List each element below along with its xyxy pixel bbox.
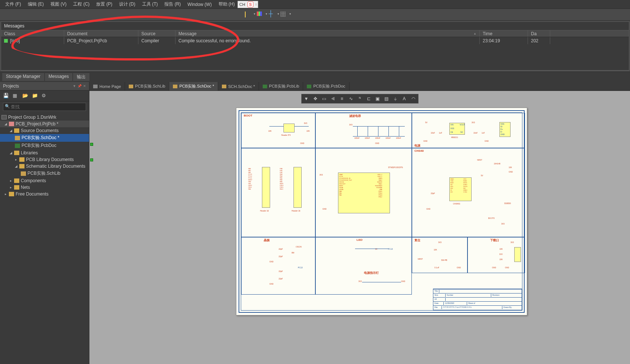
col-time[interactable]: Time bbox=[480, 30, 528, 37]
dl-3v3: 3V3 bbox=[511, 241, 514, 243]
tab-pcblib[interactable]: PCB实验.PcbLib bbox=[259, 82, 303, 91]
part-icon[interactable]: ▤ bbox=[383, 95, 391, 102]
tree-schlib-folder[interactable]: ◢Schematic Library Documents bbox=[0, 163, 89, 170]
menu-help[interactable]: 帮助 (H) bbox=[216, 0, 238, 8]
tree-components[interactable]: ▸Components bbox=[0, 177, 89, 184]
power-c3: 10uF bbox=[473, 132, 478, 134]
menu-report[interactable]: 报告 (R) bbox=[161, 0, 184, 8]
menu-tools[interactable]: 工具 (T) bbox=[139, 0, 161, 8]
tree-libraries[interactable]: ◢Libraries bbox=[0, 150, 89, 156]
tab-storage-manager[interactable]: Storage Manager bbox=[2, 73, 44, 81]
place-wire-icon[interactable] bbox=[245, 12, 252, 18]
tree-nets[interactable]: ▸Nets bbox=[0, 184, 89, 191]
panel-dropdown-icon[interactable]: ▼ bbox=[73, 84, 76, 88]
tab-pcbdoc[interactable]: PCB实验.PcbDoc bbox=[303, 82, 349, 91]
cell-mcu: STM32F103C8T6 VBATPC13PC14/OSC32_INPC15/… bbox=[315, 148, 412, 237]
header-p2 bbox=[262, 167, 270, 208]
select-icon[interactable]: ▭ bbox=[320, 95, 328, 102]
move-icon[interactable]: ✥ bbox=[311, 95, 319, 102]
arc-icon[interactable]: ◠ bbox=[409, 95, 417, 102]
tree-schlib[interactable]: PCB实验.SchLib bbox=[0, 170, 89, 177]
tab-schlib[interactable]: PCB实验.SchLib bbox=[125, 82, 169, 91]
message-row[interactable]: [Info] PCB_Project.PrjPcb Compiler Compi… bbox=[1, 37, 629, 44]
schematic-canvas[interactable]: ▼ ✥ ▭ ⫷ ≡ ∿ ᴺ ⊏ ▣ ▤ ⏚ A ◠ BOOT bbox=[89, 91, 630, 364]
port-icon[interactable]: ⊏ bbox=[365, 95, 373, 102]
mcu-3v3: 3V3 bbox=[319, 174, 323, 176]
boot-header bbox=[283, 124, 295, 132]
menu-window[interactable]: Window (W) bbox=[184, 1, 214, 8]
align-left-icon[interactable]: ⫷ bbox=[329, 95, 337, 102]
tree-pcblib-folder[interactable]: ▸PCB Library Documents bbox=[0, 156, 89, 163]
col-document[interactable]: Document bbox=[64, 30, 138, 37]
folder-icon[interactable]: 📁 bbox=[32, 93, 38, 99]
hdr16a-label: Header 16 bbox=[260, 210, 269, 212]
schematic-page: BOOT Header 3*2 3V3 10K 10K GND 滤波电容 3V3 bbox=[236, 108, 527, 315]
tree-workspace[interactable]: Project Group 1.DsnWrk bbox=[0, 114, 89, 121]
col-date[interactable]: Da bbox=[528, 30, 550, 37]
ch340-r3: 10K bbox=[509, 166, 512, 168]
menu-file[interactable]: 文件 (F) bbox=[2, 0, 24, 8]
panel-pin-icon[interactable]: 📌 bbox=[78, 84, 82, 88]
panel-close-icon[interactable]: ✕ bbox=[83, 84, 86, 88]
compile-icon[interactable]: ▦ bbox=[13, 93, 19, 99]
crosshair-icon[interactable]: ┼ bbox=[269, 12, 275, 18]
power-icon[interactable]: ⏚ bbox=[391, 95, 400, 102]
header-p3 bbox=[293, 167, 302, 208]
ch340-3v3-b: 3V3 bbox=[501, 223, 505, 225]
filter-icon[interactable]: ▼ bbox=[302, 95, 311, 102]
tb-rev: Revision bbox=[492, 294, 501, 297]
wire-icon[interactable]: ∿ bbox=[347, 95, 355, 102]
menu-place[interactable]: 放置 (P) bbox=[93, 0, 115, 8]
led-pc13: PC13 bbox=[388, 248, 393, 250]
menu-design[interactable]: 设计 (D) bbox=[116, 0, 138, 8]
messages-panel: Messages Class Document Source Message▲ … bbox=[1, 22, 629, 71]
text-icon[interactable]: A bbox=[400, 95, 408, 102]
ime-indicator[interactable]: CH S ፧ bbox=[237, 1, 258, 8]
tab-home[interactable]: Home Page bbox=[89, 82, 125, 91]
power-gnd2: GND bbox=[485, 140, 489, 142]
hdr-left-pins: PA0PA1PA2PC13PC14PC15NRSTPB0PB1PB10PB11P… bbox=[248, 168, 252, 190]
sheet-icon[interactable]: ▣ bbox=[374, 95, 382, 102]
col-message[interactable]: Message▲ bbox=[175, 30, 480, 37]
power-c2: 1uF bbox=[439, 132, 442, 134]
tb-date-val: 11/09/2020 bbox=[445, 302, 467, 305]
settings-gear-icon[interactable]: ⚙ bbox=[42, 93, 47, 99]
search-input[interactable] bbox=[3, 103, 86, 111]
power-gnd1: GND bbox=[423, 140, 427, 142]
cell-crystal-title: 晶振 bbox=[264, 238, 270, 242]
tree-pcbdoc[interactable]: PCB实验.PcbDoc bbox=[0, 142, 89, 150]
menu-edit[interactable]: 编辑 (E) bbox=[25, 0, 47, 8]
menu-project[interactable]: 工程 (C) bbox=[70, 0, 92, 8]
tab-messages[interactable]: Messages bbox=[45, 73, 73, 81]
cell-power-title: 电源 bbox=[414, 144, 420, 148]
save-icon[interactable]: 💾 bbox=[3, 93, 9, 99]
ch340-diode: 1N4148 bbox=[494, 163, 501, 165]
tree-schdoc[interactable]: PCB实验.SchDoc * bbox=[0, 134, 89, 142]
reset-c14: 0.1uF bbox=[434, 266, 439, 269]
c6: 100nF bbox=[365, 137, 370, 139]
netlabel-icon[interactable]: ᴺ bbox=[356, 95, 364, 102]
menu-view[interactable]: 视图 (V) bbox=[47, 0, 69, 8]
ldo-vin: VIN bbox=[450, 124, 453, 126]
grid-icon[interactable] bbox=[280, 12, 287, 18]
messages-header-row: Class Document Source Message▲ Time Da bbox=[1, 30, 629, 37]
col-class[interactable]: Class bbox=[1, 30, 64, 37]
color-swatch-icon[interactable] bbox=[257, 12, 263, 18]
align-dist-icon[interactable]: ≡ bbox=[338, 95, 346, 102]
tb-size-val: A4 bbox=[434, 298, 446, 301]
reset-3v3: 3V3 bbox=[438, 241, 442, 243]
tree-project[interactable]: ◢PCB_Project.PrjPcb * bbox=[0, 121, 89, 127]
tab-sch[interactable]: SCH.SchDoc * bbox=[218, 82, 259, 91]
open-folder-icon[interactable]: 📂 bbox=[22, 93, 28, 99]
mcu-left-pins: VBATPC13PC14/OSC32_INPC15/OSC32_OUTOSCIN… bbox=[339, 174, 352, 196]
tab-schdoc[interactable]: PCB实验.SchDoc * bbox=[169, 82, 218, 91]
cell-reset-title: 复位 bbox=[414, 238, 420, 242]
xtal-c10: 22pF bbox=[279, 248, 283, 250]
tree-free-docs[interactable]: ▸Free Documents bbox=[0, 191, 89, 197]
ch340-label: CH340G bbox=[453, 203, 460, 205]
tree-source-docs[interactable]: ◢Source Documents bbox=[0, 127, 89, 134]
ime-dropdown-icon: ፧ bbox=[256, 3, 256, 7]
col-source[interactable]: Source bbox=[138, 30, 175, 37]
place-toolbar: ┼ bbox=[0, 9, 630, 21]
tab-output[interactable]: 输出 bbox=[73, 73, 89, 81]
